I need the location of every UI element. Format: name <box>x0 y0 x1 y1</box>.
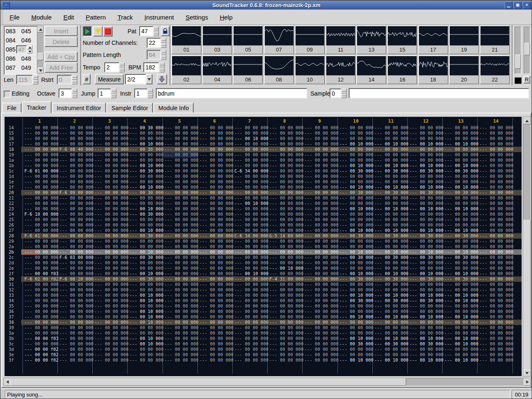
pattern-cell[interactable]: --- 00 10 000 <box>409 336 443 341</box>
instr-field[interactable]: 1 <box>134 89 148 98</box>
scope-channel-07[interactable]: 07 <box>264 25 294 54</box>
pattern-cell[interactable]: --- 00 00 000 <box>340 174 374 179</box>
tracker-row[interactable]: 3c--- 00 00 000--- 00 00 000--- 00 00 00… <box>5 341 522 347</box>
pattern-cell[interactable]: --- 00 00 000 <box>165 147 199 152</box>
pattern-cell[interactable]: --- 00 00 000 <box>200 357 234 363</box>
pattern-cell[interactable]: --- 00 10 000 <box>444 141 478 147</box>
pattern-cell[interactable]: --- 00 00 000 <box>444 282 478 287</box>
pattern-cell[interactable]: --- 00 00 000 <box>479 266 513 271</box>
pattern-cell[interactable]: --- 00 00 000 <box>234 147 268 152</box>
tab-file[interactable]: File <box>2 103 22 113</box>
pattern-cell[interactable]: --- 00 00 000 <box>129 244 163 249</box>
tracker-row[interactable]: 30F-6 02 00 f02F-6 08 20 000--- 00 00 00… <box>5 276 522 282</box>
pattern-cell[interactable]: --- 00 10 000 <box>374 185 409 190</box>
reset-button[interactable]: R <box>523 76 530 84</box>
pattern-cell[interactable]: --- 00 00 000 <box>444 222 478 228</box>
pattern-cell[interactable]: --- 00 00 f03 <box>25 336 59 341</box>
pattern-cell[interactable]: --- 00 00 000 <box>479 336 513 341</box>
pattern-cell[interactable]: --- 00 00 000 <box>409 152 443 158</box>
pattern-cell[interactable]: --- 00 00 000 <box>94 287 128 293</box>
tracker-row[interactable]: 35--- 00 00 000--- 00 00 000--- 00 00 00… <box>5 303 522 309</box>
menu-module[interactable]: Module <box>25 14 57 21</box>
hash-toggle-button[interactable]: # <box>83 74 91 84</box>
pattern-cell[interactable]: --- 00 00 000 <box>25 255 59 260</box>
pattern-cell[interactable]: --- 00 00 000 <box>269 271 303 276</box>
pattern-cell[interactable]: --- 00 00 000 <box>304 222 338 228</box>
pattern-cell[interactable]: --- 00 00 000 <box>200 125 234 131</box>
measure-combo-arrow[interactable] <box>146 74 153 84</box>
pattern-cell[interactable]: --- 00 00 000 <box>165 195 199 201</box>
pattern-cell[interactable]: --- 00 00 000 <box>340 147 374 152</box>
pattern-cell[interactable]: --- 00 00 000 <box>25 320 59 325</box>
pattern-cell[interactable]: --- 00 00 000 <box>129 303 163 309</box>
scope-channel-05[interactable]: 05 <box>233 25 263 54</box>
pattern-cell[interactable]: --- 00 00 000 <box>304 244 338 249</box>
pattern-cell[interactable]: F-6 01 00 000 <box>25 168 59 174</box>
pattern-cell[interactable]: --- 00 30 000 <box>409 168 443 174</box>
pattern-cell[interactable]: --- 00 00 000 <box>234 260 268 266</box>
pattern-cell[interactable]: --- 00 00 000 <box>340 352 374 357</box>
pattern-cell[interactable]: C-6 34 00 000 <box>234 233 268 239</box>
pattern-cell[interactable]: --- 00 00 000 <box>340 260 374 266</box>
pattern-cell[interactable]: --- 00 00 000 <box>25 195 59 201</box>
pattern-cell[interactable]: --- 00 00 000 <box>165 287 199 293</box>
pattern-cell[interactable]: --- 00 00 000 <box>340 158 374 163</box>
pattern-cell[interactable]: --- 00 00 000 <box>94 255 128 260</box>
pattern-cell[interactable]: --- 00 00 000 <box>59 174 94 179</box>
pattern-cell[interactable]: --- 00 00 000 <box>129 330 163 336</box>
pat-spinner[interactable] <box>153 26 159 36</box>
pattern-cell[interactable]: --- 00 00 000 <box>129 260 163 266</box>
pattern-cell[interactable]: --- 00 00 000 <box>200 271 234 276</box>
pattern-cell[interactable]: --- 00 00 000 <box>479 152 513 158</box>
pattern-cell[interactable]: --- 00 00 000 <box>94 185 128 190</box>
pattern-cell[interactable]: --- 00 00 000 <box>234 217 268 222</box>
pattern-cell[interactable]: --- 00 00 000 <box>59 136 94 141</box>
scrollbar-thumb[interactable] <box>37 53 44 60</box>
pattern-cell[interactable]: --- 00 00 000 <box>25 136 59 141</box>
pattern-cell[interactable]: --- 00 30 000 <box>374 255 409 260</box>
tracker-row[interactable]: 28F-6 01 00 000--- 00 00 000--- 00 00 00… <box>5 233 522 239</box>
pattern-cell[interactable]: --- 00 00 000 <box>94 136 128 141</box>
pattern-cell[interactable]: --- 00 10 000 <box>129 336 163 341</box>
pattern-cell[interactable]: --- 00 00 000 <box>304 158 338 163</box>
pattern-cell[interactable]: --- 00 00 000 <box>94 201 128 206</box>
pattern-cell[interactable]: --- 00 00 000 <box>304 303 338 309</box>
pattern-cell[interactable]: --- 00 00 000 <box>200 217 234 222</box>
pattern-cell[interactable]: --- 00 00 000 <box>165 309 199 314</box>
pattern-cell[interactable]: --- 00 30 000 <box>129 168 163 174</box>
pattern-cell[interactable]: --- 00 30 000 <box>340 255 374 260</box>
pattern-cell[interactable]: --- 00 00 000 <box>304 271 338 276</box>
pattern-cell[interactable]: --- 00 10 000 <box>129 141 163 147</box>
pattern-cell[interactable]: --- 00 00 000 <box>374 222 409 228</box>
scope-channel-04[interactable]: 04 <box>202 55 232 84</box>
pattern-cell[interactable]: --- 00 10 000 <box>444 249 478 255</box>
pattern-cell[interactable]: --- 00 00 000 <box>234 239 268 244</box>
pattern-cell[interactable]: --- 00 10 000 <box>340 163 374 168</box>
pattern-cell[interactable]: --- 00 00 000 <box>165 136 199 141</box>
pattern-cell[interactable]: --- 00 00 000 <box>479 141 513 147</box>
pattern-cell[interactable]: --- 00 30 000 <box>409 341 443 347</box>
pattern-cell[interactable]: --- 00 00 000 <box>234 309 268 314</box>
pattern-cell[interactable]: --- 00 00 000 <box>409 260 443 266</box>
pattern-cell[interactable]: --- 00 00 000 <box>479 158 513 163</box>
editing-checkbox[interactable] <box>4 91 11 98</box>
pattern-cell[interactable]: --- 00 00 000 <box>409 125 443 131</box>
pattern-cell[interactable]: --- 00 30 000 <box>340 341 374 347</box>
pattern-cell[interactable]: --- 00 00 000 <box>94 147 128 152</box>
pattern-cell[interactable]: --- 00 00 000 <box>304 152 338 158</box>
pattern-cell[interactable]: --- 00 00 000 <box>59 266 94 271</box>
scope-channel-18[interactable]: 18 <box>418 55 448 84</box>
pattern-cell[interactable]: --- 00 00 000 <box>374 152 409 158</box>
pattern-cell[interactable]: --- 00 00 000 <box>59 314 94 320</box>
pattern-cell[interactable]: --- 00 00 000 <box>234 298 268 303</box>
pattern-cell[interactable]: --- 00 00 000 <box>200 222 234 228</box>
pattern-cell[interactable]: --- 00 00 000 <box>200 136 234 141</box>
pattern-cell[interactable]: --- 00 10 000 <box>444 185 478 190</box>
pattern-cell[interactable]: --- 00 00 000 <box>200 314 234 320</box>
pattern-cell[interactable]: --- 00 00 000 <box>479 239 513 244</box>
pattern-cell[interactable]: --- 00 00 000 <box>94 352 128 357</box>
jump-spinner[interactable] <box>111 89 116 98</box>
menu-file[interactable]: File <box>4 14 25 21</box>
pattern-cell[interactable]: --- 00 00 000 <box>200 212 234 217</box>
menu-instrument[interactable]: Instrument <box>139 14 180 21</box>
